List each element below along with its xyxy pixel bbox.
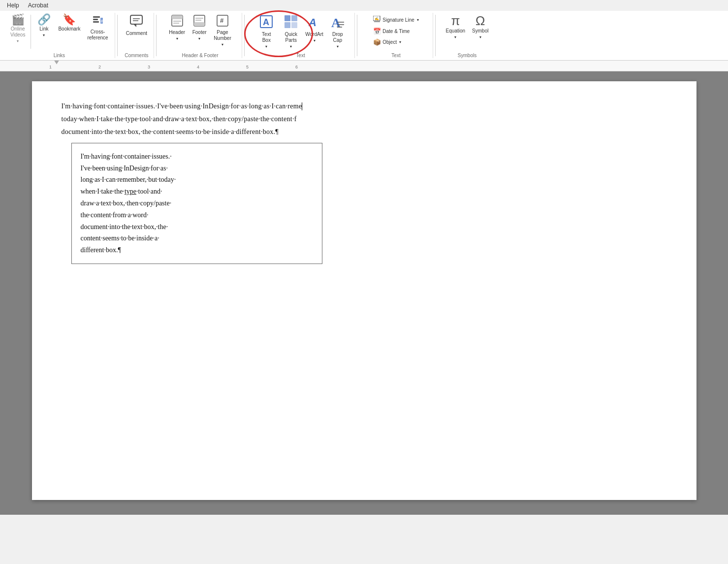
svg-rect-24 <box>291 22 297 28</box>
ruler-mark-4: 5 <box>246 65 249 69</box>
text-box-line-6: the·content·from·a·word· <box>81 209 313 221</box>
text-extra-group-label: Text <box>391 52 400 58</box>
footer-arrow: ▾ <box>198 36 200 41</box>
text-box-line-3: long·as·I·can·remember,·but·today· <box>81 174 313 186</box>
footer-button[interactable]: Footer ▾ <box>190 13 209 43</box>
ribbon-group-media: 🎬 Online Videos ▾ 🔗 Link ▾ 🔖 Bookmark <box>4 13 115 58</box>
header-footer-items: Header ▾ Footer ▾ <box>166 13 233 52</box>
drop-cap-arrow: ▾ <box>337 44 339 49</box>
text-box-line-8: content·seems·to·be·inside·a· <box>81 232 313 244</box>
drop-cap-icon: A <box>330 14 345 31</box>
quick-parts-arrow: ▾ <box>290 44 292 49</box>
equation-label: Equation <box>446 28 465 34</box>
tab-acrobat[interactable]: Acrobat <box>25 1 51 10</box>
header-arrow: ▾ <box>176 36 178 41</box>
ruler-mark-2: 3 <box>148 65 150 69</box>
header-label: Header <box>169 30 185 35</box>
media-group-label: Links <box>54 52 65 58</box>
cross-reference-icon: # <box>92 14 104 28</box>
comment-button[interactable]: Comment <box>124 13 150 38</box>
main-paragraph-3: document·into·the·text·box,·the·content·… <box>62 127 667 137</box>
ruler-mark-5: 6 <box>295 65 298 69</box>
text-box-line-9: different·box.¶ <box>81 244 313 256</box>
symbol-icon: Ω <box>475 14 485 27</box>
symbol-arrow: ▾ <box>479 35 481 40</box>
date-time-button[interactable]: 📅 Date & Time <box>371 27 412 36</box>
ribbon-group-symbols: π Equation ▾ Ω Symbol ▾ Symbols <box>438 13 497 58</box>
svg-rect-1 <box>93 19 98 20</box>
object-icon: 📦 <box>373 38 381 46</box>
signature-line-label: Signature Line <box>382 17 414 23</box>
comments-items: Comment <box>124 13 150 52</box>
quick-parts-button[interactable]: QuickParts ▾ <box>281 13 301 51</box>
wordart-arrow: ▾ <box>314 38 316 43</box>
ribbon-group-header-footer: Header ▾ Footer ▾ <box>158 13 242 58</box>
svg-rect-22 <box>291 15 297 21</box>
ribbon-group-text: A TextBox ▾ <box>247 13 355 58</box>
page-number-arrow: ▾ <box>222 42 223 47</box>
text-box-line-1: I'm·having·font·container·issues.· <box>81 151 313 163</box>
text-box-line-5: draw·a·text·box,·then·copy/paste· <box>81 198 313 209</box>
header-footer-group-label: Header & Footer <box>182 52 219 58</box>
main-text-block[interactable]: I'm·having·font·container·issues.·I've·b… <box>62 101 667 138</box>
signature-line-icon: ✍ <box>373 16 381 24</box>
main-paragraph-2: today·when·I·take·the·type·tool·and·draw… <box>62 114 667 125</box>
date-time-label: Date & Time <box>382 29 410 34</box>
online-videos-button[interactable]: 🎬 Online Videos ▾ <box>8 13 28 45</box>
footer-label: Footer <box>192 30 207 35</box>
svg-rect-10 <box>172 15 183 19</box>
group-divider-2 <box>156 15 157 56</box>
equation-arrow: ▾ <box>454 35 456 40</box>
equation-icon: π <box>451 14 460 27</box>
header-button[interactable]: Header ▾ <box>166 13 188 43</box>
media-items: 🎬 Online Videos ▾ 🔗 Link ▾ 🔖 Bookmark <box>8 13 111 52</box>
svg-text:#: # <box>220 17 224 24</box>
svg-rect-0 <box>93 16 100 18</box>
link-button[interactable]: 🔗 Link ▾ <box>34 13 54 39</box>
svg-rect-14 <box>194 22 205 26</box>
symbol-button[interactable]: Ω Symbol ▾ <box>470 13 491 41</box>
tab-help[interactable]: Help <box>4 1 22 10</box>
object-button[interactable]: 📦 Object ▾ <box>371 37 404 47</box>
text-box-line-7: document·into·the·text·box,·the· <box>81 221 313 233</box>
link-arrow: ▾ <box>43 33 45 38</box>
text-box-link[interactable]: type <box>125 188 136 195</box>
group-divider-1 <box>117 15 118 56</box>
svg-rect-23 <box>285 22 290 28</box>
text-box[interactable]: I'm·having·font·container·issues.· I've·… <box>71 143 322 264</box>
quick-parts-icon <box>284 14 298 31</box>
cross-reference-button[interactable]: # Cross-reference <box>85 13 110 42</box>
object-arrow: ▾ <box>399 40 401 44</box>
text-box-button[interactable]: A TextBox ▾ <box>253 13 279 51</box>
svg-rect-2 <box>93 21 99 23</box>
page-number-label: PageNumber <box>214 30 231 41</box>
text-box-line-2: I've·been·using·InDesign·for·as· <box>81 163 313 174</box>
group-divider-4 <box>357 15 357 56</box>
signature-line-button[interactable]: ✍ Signature Line ▾ <box>371 15 421 25</box>
svg-text:#: # <box>100 19 103 24</box>
svg-rect-21 <box>285 15 290 21</box>
symbol-label: Symbol <box>472 28 488 34</box>
text-box-arrow: ▾ <box>265 44 267 49</box>
group-divider-5 <box>435 15 436 56</box>
page: I'm·having·font·container·issues.·I've·b… <box>32 81 696 500</box>
drop-cap-button[interactable]: A DropCap ▾ <box>328 13 348 51</box>
symbols-group-label: Symbols <box>458 52 476 58</box>
online-videos-arrow: ▾ <box>17 39 19 44</box>
page-number-button[interactable]: # PageNumber ▾ <box>211 13 234 49</box>
ribbon-group-text-extra: ✍ Signature Line ▾ 📅 Date & Time 📦 Objec… <box>359 13 433 58</box>
link-label: Link <box>39 26 48 32</box>
equation-button[interactable]: π Equation ▾ <box>443 13 468 41</box>
online-videos-icon: 🎬 <box>11 14 25 25</box>
document-area: I'm·having·font·container·issues.·I've·b… <box>0 71 728 515</box>
text-items: A TextBox ▾ <box>253 13 348 52</box>
ribbon-content: 🎬 Online Videos ▾ 🔗 Link ▾ 🔖 Bookmark <box>0 11 728 61</box>
link-icon: 🔗 <box>37 14 51 25</box>
symbols-items: π Equation ▾ Ω Symbol ▾ <box>443 13 491 52</box>
wordart-button[interactable]: A WordArt ▾ <box>303 13 326 45</box>
date-time-icon: 📅 <box>373 28 381 35</box>
online-videos-label: Online Videos <box>10 26 25 38</box>
group-divider-3 <box>244 15 245 56</box>
bookmark-button[interactable]: 🔖 Bookmark <box>56 13 83 33</box>
comment-icon <box>129 14 143 30</box>
